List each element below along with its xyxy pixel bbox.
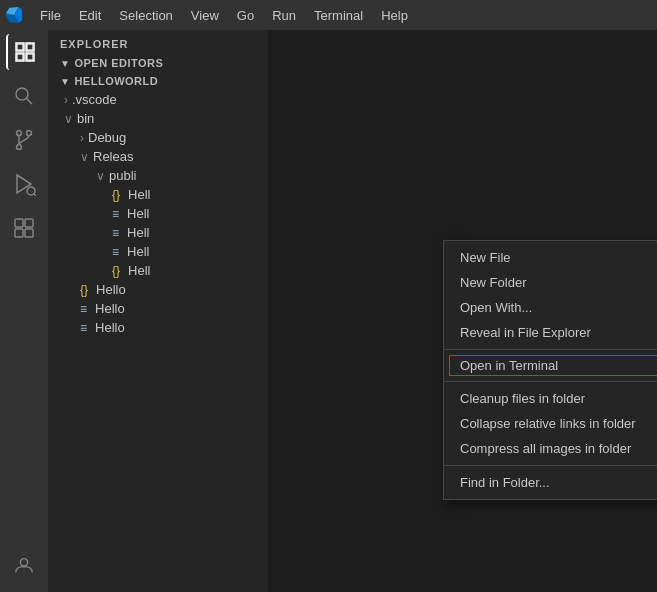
release-folder-icon: ∨ [80, 150, 89, 164]
svg-rect-14 [15, 229, 23, 237]
context-menu-find-in-folder[interactable]: Find in Folder... Shift+Alt+F [444, 470, 657, 495]
svg-marker-9 [17, 175, 31, 193]
activity-bar-bottom [6, 548, 42, 592]
debug-label: Debug [88, 130, 126, 145]
svg-rect-0 [17, 44, 23, 50]
folder-open-icon: ∨ [64, 112, 73, 126]
helloworld-section[interactable]: ▼ HELLOWORLD [48, 72, 268, 90]
svg-point-8 [27, 131, 32, 136]
svg-point-16 [20, 559, 27, 566]
context-menu-open-terminal[interactable]: Open in Terminal [448, 354, 657, 377]
open-editors-label: OPEN EDITORS [74, 57, 163, 69]
context-menu-reveal-explorer[interactable]: Reveal in File Explorer Shift+Alt+R [444, 320, 657, 345]
source-control-icon[interactable] [6, 122, 42, 158]
run-debug-icon[interactable] [6, 166, 42, 202]
sidebar-header: EXPLORER [48, 30, 268, 54]
tree-item-hello3[interactable]: ≡ Hello [48, 318, 268, 337]
helloworld-label: HELLOWORLD [74, 75, 158, 87]
extensions-icon[interactable] [6, 210, 42, 246]
new-folder-label: New Folder [460, 275, 526, 290]
tree-item-hell3[interactable]: ≡ Hell [48, 223, 268, 242]
hell5-label: Hell [128, 263, 150, 278]
reveal-explorer-label: Reveal in File Explorer [460, 325, 591, 340]
config-icon-3: ≡ [112, 245, 119, 259]
svg-rect-3 [27, 54, 33, 60]
open-editors-section[interactable]: ▼ OPEN EDITORS [48, 54, 268, 72]
open-with-label: Open With... [460, 300, 532, 315]
json-icon-3: {} [80, 283, 88, 297]
context-menu-open-with[interactable]: Open With... [444, 295, 657, 320]
config-icon-4: ≡ [80, 302, 87, 316]
tree-item-bin[interactable]: ∨ bin [48, 109, 268, 128]
editor-area: New File New Folder Open With... Reveal … [268, 30, 657, 592]
debug-folder-icon: › [80, 131, 84, 145]
accounts-icon[interactable] [6, 548, 42, 584]
hello3-label: Hello [95, 320, 125, 335]
release-label: Releas [93, 149, 133, 164]
menu-file[interactable]: File [32, 0, 69, 30]
context-menu-collapse-links[interactable]: Collapse relative links in folder [444, 411, 657, 436]
svg-point-4 [16, 88, 28, 100]
tree-item-hello2[interactable]: ≡ Hello [48, 299, 268, 318]
context-menu-compress-images[interactable]: Compress all images in folder [444, 436, 657, 461]
folder-collapsed-icon: › [64, 93, 68, 107]
menu-selection[interactable]: Selection [111, 0, 180, 30]
context-menu-separator-2 [444, 381, 657, 382]
collapse-links-label: Collapse relative links in folder [460, 416, 636, 431]
tree-item-hell1[interactable]: {} Hell [48, 185, 268, 204]
context-menu-cleanup[interactable]: Cleanup files in folder [444, 386, 657, 411]
config-icon-1: ≡ [112, 207, 119, 221]
publi-folder-icon: ∨ [96, 169, 105, 183]
open-editors-chevron: ▼ [60, 58, 70, 69]
context-menu-separator-1 [444, 349, 657, 350]
json-icon-1: {} [112, 188, 120, 202]
tree-item-hell2[interactable]: ≡ Hell [48, 204, 268, 223]
menu-view[interactable]: View [183, 0, 227, 30]
explorer-icon[interactable] [6, 34, 42, 70]
app-logo [4, 5, 24, 25]
context-menu-separator-3 [444, 465, 657, 466]
tree-item-release[interactable]: ∨ Releas [48, 147, 268, 166]
svg-rect-15 [25, 229, 33, 237]
config-icon-2: ≡ [112, 226, 119, 240]
menu-terminal[interactable]: Terminal [306, 0, 371, 30]
main-layout: EXPLORER ▼ OPEN EDITORS ▼ HELLOWORLD › .… [0, 30, 657, 592]
helloworld-chevron: ▼ [60, 76, 70, 87]
hello1-label: Hello [96, 282, 126, 297]
svg-rect-13 [25, 219, 33, 227]
context-menu-new-file[interactable]: New File [444, 245, 657, 270]
tree-item-publi[interactable]: ∨ publi [48, 166, 268, 185]
menu-run[interactable]: Run [264, 0, 304, 30]
bin-label: bin [77, 111, 94, 126]
open-terminal-label: Open in Terminal [460, 358, 558, 373]
svg-line-5 [27, 99, 33, 105]
context-menu: New File New Folder Open With... Reveal … [443, 240, 657, 500]
new-file-label: New File [460, 250, 511, 265]
hell4-label: Hell [127, 244, 149, 259]
activity-bar [0, 30, 48, 592]
hell1-label: Hell [128, 187, 150, 202]
context-menu-new-folder[interactable]: New Folder [444, 270, 657, 295]
publi-label: publi [109, 168, 136, 183]
menu-help[interactable]: Help [373, 0, 416, 30]
svg-rect-2 [27, 44, 33, 50]
vscode-label: .vscode [72, 92, 117, 107]
hell2-label: Hell [127, 206, 149, 221]
menu-go[interactable]: Go [229, 0, 262, 30]
json-icon-2: {} [112, 264, 120, 278]
sidebar: EXPLORER ▼ OPEN EDITORS ▼ HELLOWORLD › .… [48, 30, 268, 592]
cleanup-label: Cleanup files in folder [460, 391, 585, 406]
svg-line-11 [34, 194, 37, 197]
tree-item-debug[interactable]: › Debug [48, 128, 268, 147]
svg-rect-12 [15, 219, 23, 227]
hell3-label: Hell [127, 225, 149, 240]
tree-item-hell4[interactable]: ≡ Hell [48, 242, 268, 261]
menu-edit[interactable]: Edit [71, 0, 109, 30]
compress-images-label: Compress all images in folder [460, 441, 631, 456]
svg-point-7 [17, 145, 22, 150]
tree-item-hell5[interactable]: {} Hell [48, 261, 268, 280]
tree-item-hello1[interactable]: {} Hello [48, 280, 268, 299]
search-icon[interactable] [6, 78, 42, 114]
tree-item-vscode[interactable]: › .vscode [48, 90, 268, 109]
menubar: File Edit Selection View Go Run Terminal… [0, 0, 657, 30]
